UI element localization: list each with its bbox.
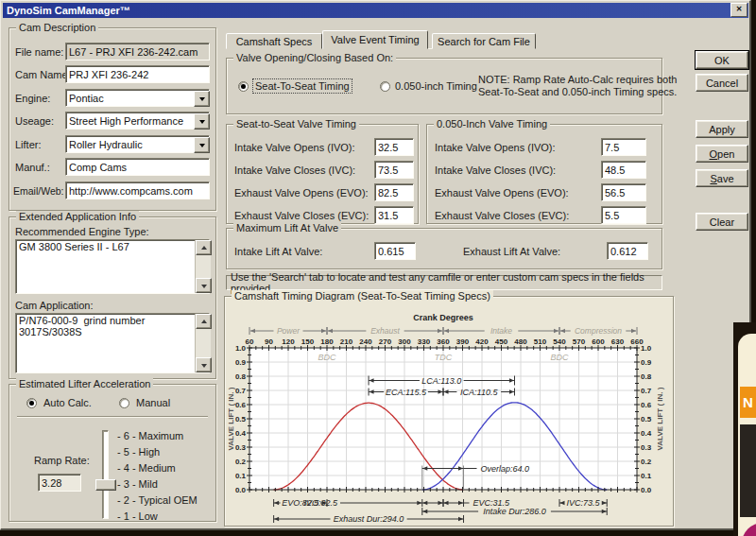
seat-evo-label: Exhaust Valve Opens (EVO): (234, 187, 369, 199)
slider-scale-2: - 2 - Typical OEM (117, 494, 198, 506)
scroll-down-icon[interactable] (196, 278, 212, 293)
engine-dropdown-button[interactable] (194, 91, 210, 107)
ramp-rate-value: 3.28 (38, 474, 81, 492)
svg-text:120: 120 (282, 337, 295, 346)
lifter-acceleration-title: Estimated Lifter Acceleration (16, 378, 153, 389)
tab-valve-event-timing[interactable]: Valve Event Timing (322, 30, 428, 49)
manuf-field[interactable] (65, 158, 210, 176)
ramp-rate-slider-track[interactable] (102, 430, 109, 519)
email-web-field[interactable] (65, 182, 210, 199)
svg-text:0.4: 0.4 (641, 429, 652, 438)
scroll-up-icon[interactable] (196, 240, 212, 255)
inch-evo-field[interactable] (601, 183, 646, 201)
tab-camshaft-specs[interactable]: Camshaft Specs (226, 33, 322, 49)
auto-calc-label[interactable]: Auto Calc. (43, 397, 92, 408)
seat-to-seat-radio[interactable] (238, 81, 249, 92)
clear-button[interactable]: Clear (696, 213, 748, 231)
auto-calc-radio[interactable] (26, 398, 37, 408)
svg-text:0.2: 0.2 (235, 458, 247, 466)
product-box-photo (740, 424, 756, 517)
cancel-button[interactable]: Cancel (696, 74, 748, 92)
cam-application-label: Cam Application: (15, 300, 94, 311)
apply-button[interactable]: Apply (696, 120, 748, 138)
tab-label: Search for Cam File (438, 36, 530, 47)
svg-text:360: 360 (437, 337, 450, 346)
product-box-circle (742, 523, 756, 536)
svg-text:Intake Dur:286.0: Intake Dur:286.0 (483, 507, 546, 516)
svg-text:300: 300 (398, 337, 411, 346)
open-button[interactable]: Open (696, 145, 748, 163)
svg-text:VALVE LIFT ( IN. ): VALVE LIFT ( IN. ) (227, 387, 235, 450)
manual-radio[interactable] (119, 398, 129, 408)
manual-label[interactable]: Manual (136, 397, 170, 408)
inch-ivc-field[interactable] (601, 161, 646, 179)
svg-text:210: 210 (340, 337, 353, 346)
tab-search-for-cam-file[interactable]: Search for Cam File (432, 33, 536, 49)
inch-evc-field[interactable] (601, 206, 646, 224)
svg-text:420: 420 (475, 337, 489, 346)
recommended-engine-type-textarea[interactable]: GM 3800 Series II - L67 (15, 239, 210, 294)
svg-text:240: 240 (359, 337, 372, 346)
inch-timing-radio[interactable] (380, 81, 390, 92)
seat-ivc-label: Intake Valve Closes (IVC): (234, 164, 355, 176)
cam-application-textarea[interactable]: P/N76-000-9 grind number 3017S/3038S (15, 313, 210, 373)
slider-scale-6: - 6 - Maximum (117, 430, 183, 441)
seat-ivo-field[interactable] (374, 138, 414, 156)
valve-basis-title: Valve Opening/Closing Based On: (233, 52, 396, 63)
titlebar[interactable]: DynoSim CamManager™ (3, 3, 748, 18)
svg-text:TDC: TDC (435, 353, 453, 362)
search-note-bar: Use the 'Search' tab to locate and test … (226, 275, 662, 290)
svg-text:150: 150 (301, 337, 315, 346)
svg-text:270: 270 (379, 337, 392, 346)
svg-text:0.5: 0.5 (641, 415, 652, 424)
engine-select[interactable] (65, 89, 210, 107)
valve-basis-group: Valve Opening/Closing Based On: Seat-To-… (226, 58, 662, 114)
timing-diagram-title: Camshaft Timing Diagram (Seat-To-Seat Ti… (232, 290, 493, 302)
svg-text:540: 540 (553, 337, 566, 346)
inch-ivc-label: Intake Valve Closes (IVC): (435, 164, 556, 176)
inch-timing-group: 0.050-Inch Valve Timing Intake Valve Ope… (426, 124, 662, 224)
seat-to-seat-label[interactable]: Seat-To-Seat Timing (253, 79, 352, 93)
max-lift-group: Maximum Lift At Valve Intake Lift At Val… (226, 228, 662, 269)
inch-ivo-field[interactable] (601, 138, 646, 156)
svg-text:0.9: 0.9 (235, 358, 247, 367)
tab-label: Camshaft Specs (236, 36, 313, 47)
svg-text:0.6: 0.6 (641, 401, 652, 409)
svg-text:ICA:110.5: ICA:110.5 (460, 388, 498, 397)
svg-text:0.1: 0.1 (235, 472, 247, 480)
inch-timing-title: 0.050-Inch Valve Timing (434, 118, 550, 130)
save-button[interactable]: Save (696, 169, 748, 187)
cam-description-group: Cam Description File name: Cam Name: Eng… (9, 27, 216, 211)
seat-evc-field[interactable] (374, 206, 414, 224)
file-name-field[interactable] (65, 43, 210, 61)
product-box-image: N (738, 334, 756, 536)
ramp-rate-slider-thumb[interactable] (95, 479, 116, 491)
svg-text:VALVE LIFT ( IN. ): VALVE LIFT ( IN. ) (656, 387, 664, 450)
close-button[interactable]: ✕ (730, 3, 747, 17)
inch-timing-label[interactable]: 0.050-inch Timing (395, 80, 477, 92)
exhaust-lift-field[interactable] (607, 242, 648, 260)
product-box-letter: N (743, 394, 753, 410)
ok-button[interactable]: OK (696, 51, 748, 69)
manuf-label: Manuf.: (15, 162, 50, 173)
intake-lift-field[interactable] (374, 242, 416, 260)
svg-text:Crank Degrees: Crank Degrees (413, 313, 473, 322)
background-window-fragment: N (733, 322, 756, 536)
basis-note-line1: NOTE: Ramp Rate Auto-Calc requires both (478, 74, 677, 85)
cam-name-label: Cam Name: (15, 69, 71, 80)
seat-evo-field[interactable] (374, 183, 414, 201)
lifter-select[interactable] (65, 135, 210, 153)
svg-text:390: 390 (456, 337, 470, 346)
lifter-dropdown-button[interactable] (194, 137, 210, 153)
svg-text:Intake: Intake (490, 326, 512, 336)
scroll-down-icon[interactable] (196, 357, 212, 372)
scroll-up-icon[interactable] (196, 314, 212, 329)
usage-dropdown-button[interactable] (194, 113, 210, 130)
cam-application-scrollbar[interactable] (195, 314, 211, 372)
engine-type-scrollbar[interactable] (195, 240, 211, 293)
slider-scale-1: - 1 - Low (117, 510, 158, 522)
seat-ivc-field[interactable] (374, 161, 414, 179)
chevron-down-icon (199, 120, 205, 127)
usage-select[interactable] (65, 112, 210, 130)
cam-name-field[interactable] (65, 65, 210, 83)
